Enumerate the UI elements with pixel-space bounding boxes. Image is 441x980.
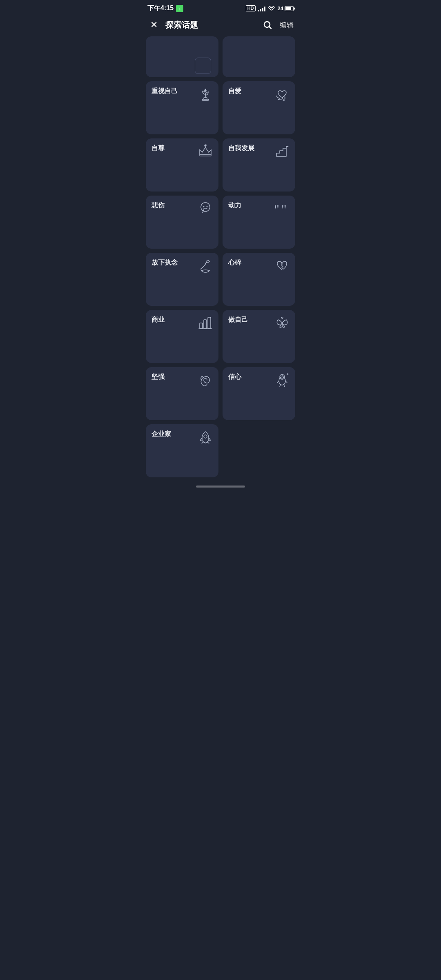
topic-label-fangxia: 放下执念 <box>151 258 195 267</box>
topic-card-zhongshi[interactable]: 重视自己 <box>146 81 218 134</box>
bar-chart-icon <box>195 316 213 334</box>
battery-level: 24 <box>278 5 283 11</box>
topic-label-zuoziji: 做自己 <box>228 316 272 324</box>
topic-label-qiyejia: 企业家 <box>151 430 195 439</box>
svg-rect-17 <box>200 323 203 329</box>
stairs-flag-icon <box>272 144 290 162</box>
home-indicator <box>141 477 300 492</box>
signal-bars <box>258 6 265 11</box>
svg-rect-19 <box>208 317 211 329</box>
topic-label-dongli: 动力 <box>228 201 272 210</box>
svg-text:": " <box>281 203 287 217</box>
battery-indicator: 24 <box>278 5 294 11</box>
topic-card-zuoziji[interactable]: 做自己 <box>223 310 295 363</box>
status-bar: 下午4:15 ↓ HD 24 <box>141 0 300 15</box>
svg-point-32 <box>204 435 207 438</box>
svg-line-27 <box>284 385 285 387</box>
astronaut-icon: ✦ · <box>272 373 290 391</box>
topic-card-ziwofazhan[interactable]: 自我发展 <box>223 138 295 192</box>
svg-text:✦: ✦ <box>286 373 289 376</box>
crown-icon <box>195 144 213 162</box>
svg-point-14 <box>207 206 208 207</box>
search-button[interactable] <box>262 19 273 31</box>
download-icon: ↓ <box>176 5 183 12</box>
topic-label-ziwofazhan: 自我发展 <box>228 144 272 153</box>
butterfly-icon <box>272 316 290 334</box>
status-time: 下午4:15 <box>147 4 174 13</box>
topic-label-ziai: 自爱 <box>228 87 272 96</box>
topic-card-zizun[interactable]: 自尊 <box>146 138 218 192</box>
battery-fill <box>285 7 291 10</box>
topic-label-xinxin: 信心 <box>228 373 272 381</box>
svg-line-1 <box>270 27 272 29</box>
topic-card-xinsui[interactable]: 心碎 <box>223 253 295 306</box>
svg-line-22 <box>282 317 283 319</box>
broken-heart-icon <box>272 258 290 276</box>
topic-label-shangye: 商业 <box>151 316 195 324</box>
svg-rect-6 <box>200 155 211 156</box>
svg-line-26 <box>280 385 281 387</box>
topic-card-dongli[interactable]: 动力 " " <box>223 196 295 249</box>
release-icon <box>195 258 213 276</box>
topic-label-beishang: 悲伤 <box>151 201 195 210</box>
svg-rect-18 <box>204 320 207 329</box>
topic-card-jianqiang[interactable]: 坚强 <box>146 367 218 420</box>
svg-text:·: · <box>285 373 285 375</box>
topic-card-xinxin[interactable]: 信心 ✦ · <box>223 367 295 420</box>
svg-point-13 <box>203 206 205 207</box>
topics-grid: 重视自己 自爱 <box>141 36 300 477</box>
header-actions: 编辑 <box>262 19 294 31</box>
edit-button[interactable]: 编辑 <box>280 20 294 30</box>
battery-box <box>285 6 294 11</box>
topic-card-partial-left[interactable] <box>146 36 218 77</box>
rocket-icon <box>195 430 213 448</box>
muscle-icon <box>195 373 213 391</box>
topic-card-fangxia[interactable]: 放下执念 <box>146 253 218 306</box>
topic-label-zhongshi: 重视自己 <box>151 87 195 96</box>
self-love-icon <box>272 87 290 105</box>
svg-point-5 <box>283 97 285 99</box>
topic-card-beishang[interactable]: 悲伤 <box>146 196 218 249</box>
topic-card-partial-right[interactable] <box>223 36 295 77</box>
wifi-icon <box>268 6 275 11</box>
hd-badge: HD <box>246 5 256 11</box>
status-right: HD 24 <box>246 5 294 11</box>
home-bar <box>196 486 245 488</box>
svg-point-12 <box>201 203 210 212</box>
status-left: 下午4:15 ↓ <box>147 4 183 13</box>
sad-mind-icon <box>195 201 213 219</box>
plant-icon <box>195 87 213 105</box>
topic-label-zizun: 自尊 <box>151 144 195 153</box>
page-title: 探索话题 <box>165 20 257 31</box>
svg-text:": " <box>274 203 279 217</box>
svg-line-9 <box>204 145 205 145</box>
page-header: ✕ 探索话题 编辑 <box>141 15 300 36</box>
close-button[interactable]: ✕ <box>147 18 160 31</box>
topic-label-jianqiang: 坚强 <box>151 373 195 381</box>
topic-label-xinsui: 心碎 <box>228 258 272 267</box>
topic-card-qiyejia[interactable]: 企业家 <box>146 424 218 477</box>
topic-card-shangye[interactable]: 商业 <box>146 310 218 363</box>
quote-icon: " " <box>272 201 290 219</box>
empty-placeholder <box>223 424 295 477</box>
topic-card-ziai[interactable]: 自爱 <box>223 81 295 134</box>
svg-line-10 <box>206 145 207 145</box>
svg-rect-3 <box>202 99 209 100</box>
